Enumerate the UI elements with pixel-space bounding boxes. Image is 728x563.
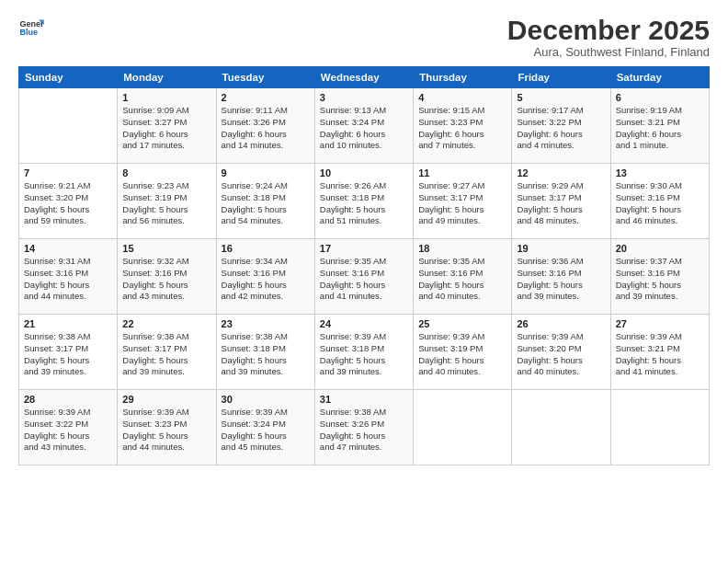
- day-info: Sunrise: 9:30 AM Sunset: 3:16 PM Dayligh…: [616, 180, 704, 227]
- col-tuesday: Tuesday: [216, 67, 314, 88]
- day-info: Sunrise: 9:38 AM Sunset: 3:18 PM Dayligh…: [222, 331, 310, 378]
- svg-text:Blue: Blue: [19, 28, 38, 37]
- day-number: 15: [122, 243, 210, 254]
- day-number: 8: [122, 167, 210, 178]
- day-cell: 14Sunrise: 9:31 AM Sunset: 3:16 PM Dayli…: [19, 239, 118, 315]
- day-info: Sunrise: 9:15 AM Sunset: 3:23 PM Dayligh…: [418, 105, 506, 152]
- page: General Blue December 2025 Aura, Southwe…: [0, 0, 728, 563]
- day-number: 1: [122, 92, 210, 103]
- day-info: Sunrise: 9:39 AM Sunset: 3:22 PM Dayligh…: [24, 407, 112, 454]
- day-number: 6: [616, 92, 704, 103]
- day-number: 25: [418, 318, 506, 329]
- col-thursday: Thursday: [414, 67, 512, 88]
- day-number: 22: [122, 318, 210, 329]
- day-number: 4: [418, 92, 506, 103]
- day-number: 21: [24, 318, 112, 329]
- day-info: Sunrise: 9:24 AM Sunset: 3:18 PM Dayligh…: [222, 180, 310, 227]
- day-cell: 19Sunrise: 9:36 AM Sunset: 3:16 PM Dayli…: [512, 239, 610, 315]
- day-info: Sunrise: 9:35 AM Sunset: 3:16 PM Dayligh…: [320, 256, 408, 303]
- day-cell: 5Sunrise: 9:17 AM Sunset: 3:22 PM Daylig…: [512, 88, 610, 164]
- day-number: 2: [222, 92, 310, 103]
- day-info: Sunrise: 9:29 AM Sunset: 3:17 PM Dayligh…: [517, 180, 605, 227]
- day-info: Sunrise: 9:37 AM Sunset: 3:16 PM Dayligh…: [616, 256, 704, 303]
- day-info: Sunrise: 9:38 AM Sunset: 3:17 PM Dayligh…: [24, 331, 112, 378]
- header-row: Sunday Monday Tuesday Wednesday Thursday…: [19, 67, 710, 88]
- calendar-table: Sunday Monday Tuesday Wednesday Thursday…: [18, 66, 710, 465]
- day-info: Sunrise: 9:23 AM Sunset: 3:19 PM Dayligh…: [122, 180, 210, 227]
- day-cell: 12Sunrise: 9:29 AM Sunset: 3:17 PM Dayli…: [512, 164, 610, 239]
- day-cell: 9Sunrise: 9:24 AM Sunset: 3:18 PM Daylig…: [216, 164, 314, 239]
- day-cell: 31Sunrise: 9:38 AM Sunset: 3:26 PM Dayli…: [314, 390, 413, 465]
- day-info: Sunrise: 9:39 AM Sunset: 3:18 PM Dayligh…: [320, 331, 408, 378]
- day-number: 31: [320, 394, 408, 405]
- col-wednesday: Wednesday: [314, 67, 413, 88]
- day-number: 17: [320, 243, 408, 254]
- col-sunday: Sunday: [19, 67, 118, 88]
- day-cell: 27Sunrise: 9:39 AM Sunset: 3:21 PM Dayli…: [610, 315, 709, 390]
- day-number: 20: [616, 243, 704, 254]
- day-number: 10: [320, 167, 408, 178]
- day-cell: 15Sunrise: 9:32 AM Sunset: 3:16 PM Dayli…: [118, 239, 216, 315]
- day-info: Sunrise: 9:39 AM Sunset: 3:20 PM Dayligh…: [517, 331, 605, 378]
- day-cell: [19, 88, 118, 164]
- day-info: Sunrise: 9:19 AM Sunset: 3:21 PM Dayligh…: [616, 105, 704, 152]
- day-cell: [414, 390, 512, 465]
- day-info: Sunrise: 9:13 AM Sunset: 3:24 PM Dayligh…: [320, 105, 408, 152]
- day-info: Sunrise: 9:36 AM Sunset: 3:16 PM Dayligh…: [517, 256, 605, 303]
- week-row-0: 1Sunrise: 9:09 AM Sunset: 3:27 PM Daylig…: [19, 88, 710, 164]
- day-cell: 21Sunrise: 9:38 AM Sunset: 3:17 PM Dayli…: [19, 315, 118, 390]
- day-info: Sunrise: 9:34 AM Sunset: 3:16 PM Dayligh…: [222, 256, 310, 303]
- day-number: 9: [222, 167, 310, 178]
- day-info: Sunrise: 9:39 AM Sunset: 3:21 PM Dayligh…: [616, 331, 704, 378]
- day-info: Sunrise: 9:32 AM Sunset: 3:16 PM Dayligh…: [122, 256, 210, 303]
- day-cell: 18Sunrise: 9:35 AM Sunset: 3:16 PM Dayli…: [414, 239, 512, 315]
- day-cell: 4Sunrise: 9:15 AM Sunset: 3:23 PM Daylig…: [414, 88, 512, 164]
- day-info: Sunrise: 9:39 AM Sunset: 3:24 PM Dayligh…: [222, 407, 310, 454]
- week-row-3: 21Sunrise: 9:38 AM Sunset: 3:17 PM Dayli…: [19, 315, 710, 390]
- day-number: 26: [517, 318, 605, 329]
- col-saturday: Saturday: [610, 67, 709, 88]
- month-title: December 2025: [507, 15, 710, 45]
- day-info: Sunrise: 9:38 AM Sunset: 3:17 PM Dayligh…: [122, 331, 210, 378]
- title-area: December 2025 Aura, Southwest Finland, F…: [507, 15, 710, 59]
- day-info: Sunrise: 9:39 AM Sunset: 3:23 PM Dayligh…: [122, 407, 210, 454]
- day-cell: 16Sunrise: 9:34 AM Sunset: 3:16 PM Dayli…: [216, 239, 314, 315]
- day-number: 12: [517, 167, 605, 178]
- day-info: Sunrise: 9:39 AM Sunset: 3:19 PM Dayligh…: [418, 331, 506, 378]
- subtitle: Aura, Southwest Finland, Finland: [507, 45, 710, 59]
- logo-icon: General Blue: [18, 15, 44, 40]
- day-info: Sunrise: 9:26 AM Sunset: 3:18 PM Dayligh…: [320, 180, 408, 227]
- day-info: Sunrise: 9:11 AM Sunset: 3:26 PM Dayligh…: [222, 105, 310, 152]
- day-info: Sunrise: 9:31 AM Sunset: 3:16 PM Dayligh…: [24, 256, 112, 303]
- day-number: 5: [517, 92, 605, 103]
- day-cell: 3Sunrise: 9:13 AM Sunset: 3:24 PM Daylig…: [314, 88, 413, 164]
- day-cell: [610, 390, 709, 465]
- day-cell: 23Sunrise: 9:38 AM Sunset: 3:18 PM Dayli…: [216, 315, 314, 390]
- day-number: 14: [24, 243, 112, 254]
- day-cell: 8Sunrise: 9:23 AM Sunset: 3:19 PM Daylig…: [118, 164, 216, 239]
- day-cell: 20Sunrise: 9:37 AM Sunset: 3:16 PM Dayli…: [610, 239, 709, 315]
- week-row-4: 28Sunrise: 9:39 AM Sunset: 3:22 PM Dayli…: [19, 390, 710, 465]
- logo: General Blue: [18, 15, 44, 40]
- day-cell: 13Sunrise: 9:30 AM Sunset: 3:16 PM Dayli…: [610, 164, 709, 239]
- day-cell: 2Sunrise: 9:11 AM Sunset: 3:26 PM Daylig…: [216, 88, 314, 164]
- day-cell: 28Sunrise: 9:39 AM Sunset: 3:22 PM Dayli…: [19, 390, 118, 465]
- week-row-2: 14Sunrise: 9:31 AM Sunset: 3:16 PM Dayli…: [19, 239, 710, 315]
- day-cell: 30Sunrise: 9:39 AM Sunset: 3:24 PM Dayli…: [216, 390, 314, 465]
- col-friday: Friday: [512, 67, 610, 88]
- day-cell: [512, 390, 610, 465]
- day-number: 28: [24, 394, 112, 405]
- day-number: 16: [222, 243, 310, 254]
- day-cell: 25Sunrise: 9:39 AM Sunset: 3:19 PM Dayli…: [414, 315, 512, 390]
- day-info: Sunrise: 9:27 AM Sunset: 3:17 PM Dayligh…: [418, 180, 506, 227]
- day-number: 24: [320, 318, 408, 329]
- day-cell: 29Sunrise: 9:39 AM Sunset: 3:23 PM Dayli…: [118, 390, 216, 465]
- day-number: 3: [320, 92, 408, 103]
- day-info: Sunrise: 9:38 AM Sunset: 3:26 PM Dayligh…: [320, 407, 408, 454]
- day-number: 30: [222, 394, 310, 405]
- day-cell: 17Sunrise: 9:35 AM Sunset: 3:16 PM Dayli…: [314, 239, 413, 315]
- day-cell: 6Sunrise: 9:19 AM Sunset: 3:21 PM Daylig…: [610, 88, 709, 164]
- day-number: 27: [616, 318, 704, 329]
- day-number: 29: [122, 394, 210, 405]
- day-cell: 1Sunrise: 9:09 AM Sunset: 3:27 PM Daylig…: [118, 88, 216, 164]
